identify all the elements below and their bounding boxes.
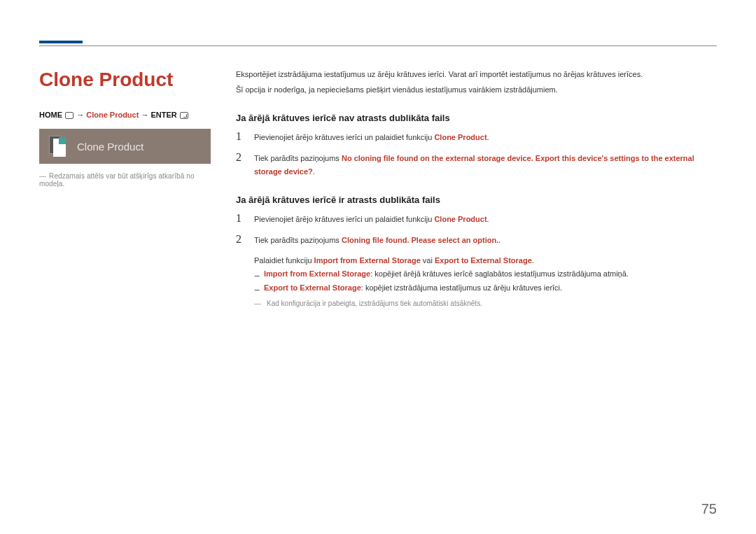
section2-head: Ja ārējā krātuves ierīcē ir atrasts dubl… <box>236 195 717 205</box>
clone-product-tile: Clone Product <box>39 129 211 164</box>
breadcrumb: HOME → Clone Product → ENTER <box>39 111 211 119</box>
page-title: Clone Product <box>39 69 211 91</box>
export-desc: Export to External Storage: kopējiet izs… <box>254 281 717 295</box>
intro-p2: Šī opcija ir noderīga, ja nepieciešams p… <box>236 84 717 97</box>
step-text: Pievienojiet ārējo krātuves ierīci un pa… <box>254 213 489 226</box>
step-text: Tiek parādīts paziņojums No cloning file… <box>254 152 717 178</box>
reboot-note: Kad konfigurācija ir pabeigta, izstrādāj… <box>254 300 717 307</box>
top-rule <box>39 45 717 46</box>
step-number: 1 <box>236 130 244 143</box>
import-desc: Import from External Storage: kopējiet ā… <box>254 267 717 281</box>
sec1-item2: 2 Tiek parādīts paziņojums No cloning fi… <box>236 151 717 178</box>
right-column: Eksportējiet izstrādājuma iestatījumus u… <box>236 63 717 307</box>
step-number: 1 <box>236 212 244 225</box>
section1-head: Ja ārējā krātuves ierīcē nav atrasts dub… <box>236 113 717 123</box>
sec1-item1: 1 Pievienojiet ārējo krātuves ierīci un … <box>236 130 717 144</box>
breadcrumb-enter: ENTER <box>150 111 176 119</box>
sec2-item2: 2 Tiek parādīts paziņojums Cloning file … <box>236 233 717 247</box>
run-instruction: Palaidiet funkciju Import from External … <box>254 254 717 268</box>
home-icon <box>65 112 74 119</box>
intro-p1: Eksportējiet izstrādājuma iestatījumus u… <box>236 69 717 81</box>
sec2-item1: 1 Pievienojiet ārējo krātuves ierīci un … <box>236 212 717 226</box>
left-column: Clone Product HOME → Clone Product → ENT… <box>39 63 211 307</box>
step-text: Tiek parādīts paziņojums Cloning file fo… <box>254 234 500 247</box>
enter-icon <box>180 112 188 119</box>
content: Clone Product HOME → Clone Product → ENT… <box>39 63 717 307</box>
clone-product-icon <box>49 136 69 157</box>
step-number: 2 <box>236 233 244 246</box>
step-text: Pievienojiet ārējo krātuves ierīci un pa… <box>254 131 489 144</box>
tile-label: Clone Product <box>77 141 144 153</box>
accent-bar <box>39 41 83 43</box>
image-disclaimer: Redzamais attēls var būt atšķirīgs atkar… <box>39 172 211 188</box>
breadcrumb-home: HOME <box>39 111 62 119</box>
step-number: 2 <box>236 151 244 164</box>
breadcrumb-mid: Clone Product <box>86 111 139 119</box>
page-number: 75 <box>701 501 717 517</box>
page: Clone Product HOME → Clone Product → ENT… <box>0 0 756 534</box>
